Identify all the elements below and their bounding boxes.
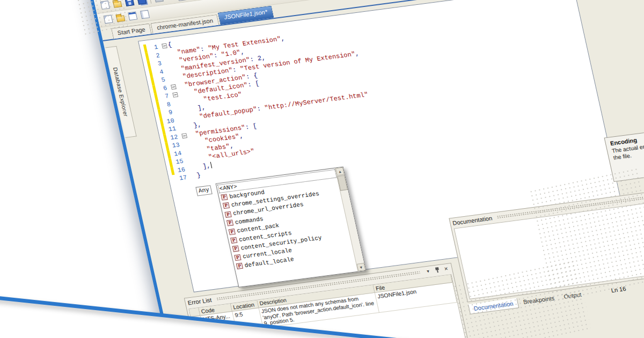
collapse-icon[interactable] xyxy=(170,84,176,90)
sidebar-tab-database-explorer[interactable]: Database Explorer xyxy=(105,46,136,138)
copy-button[interactable] xyxy=(177,0,190,1)
new-file-icon xyxy=(100,1,110,10)
autocomplete-list: <ANY>PbackgroundPchrome_settings_overrid… xyxy=(216,168,358,287)
explorer-icon xyxy=(140,10,150,19)
property-icon: P xyxy=(236,263,243,269)
open-project-button[interactable] xyxy=(114,12,127,24)
token: }, xyxy=(193,121,202,130)
status-line-indicator: Ln 16 xyxy=(610,285,626,293)
token: ], xyxy=(197,104,206,112)
token: ], xyxy=(202,162,211,171)
pin-icon xyxy=(434,267,440,273)
cascade-windows-icon xyxy=(128,12,137,21)
social-card: FileEditViewProjectToolsWindowHelp ✂↶↷✓♪… xyxy=(0,0,644,338)
scroll-down-icon[interactable]: ▼ xyxy=(356,263,365,271)
panel-tab-breakpoints[interactable]: Breakpoints xyxy=(518,293,559,307)
toolbar-separator xyxy=(149,0,151,3)
save-button[interactable] xyxy=(123,0,136,8)
scroll-up-icon[interactable]: ▲ xyxy=(335,167,345,176)
token: : { xyxy=(245,72,258,81)
panel-dropdown-icon[interactable]: ▾ xyxy=(424,267,433,275)
property-icon: P xyxy=(230,237,237,244)
type-hint-label: Any xyxy=(198,187,210,194)
new-file-button[interactable] xyxy=(98,0,112,11)
explorer-button[interactable] xyxy=(138,8,151,20)
property-help-title: Encoding xyxy=(610,123,644,146)
sidebar-tab-label: Database Explorer xyxy=(112,67,129,117)
open-file-icon xyxy=(113,1,122,8)
panel-tab-output[interactable]: Output xyxy=(559,289,587,302)
property-icon: P xyxy=(223,203,230,209)
property-icon: P xyxy=(234,254,241,261)
open-file-button[interactable] xyxy=(111,0,124,10)
token: , xyxy=(354,50,360,58)
token: : [ xyxy=(247,80,260,89)
token: : [ xyxy=(244,122,257,131)
save-all-button[interactable] xyxy=(135,0,148,6)
line-number: 17 xyxy=(175,173,191,183)
cascade-windows-button[interactable] xyxy=(126,10,140,22)
new-window-icon xyxy=(104,15,113,24)
panel-close-icon[interactable]: ✕ xyxy=(442,265,450,273)
tab-start-page[interactable]: Start Page xyxy=(111,23,152,39)
new-window-button[interactable] xyxy=(101,13,115,25)
collapse-icon[interactable] xyxy=(181,133,187,138)
error-list-title: Error List xyxy=(187,297,213,306)
collapse-icon[interactable] xyxy=(162,43,167,49)
autocomplete-popup[interactable]: <ANY>PbackgroundPchrome_settings_overrid… xyxy=(216,167,367,288)
open-project-icon xyxy=(116,15,125,22)
property-icon: P xyxy=(229,229,236,235)
ide-window: FileEditViewProjectToolsWindowHelp ✂↶↷✓♪… xyxy=(87,0,644,338)
save-all-icon xyxy=(137,0,147,5)
collapse-icon[interactable] xyxy=(172,92,178,98)
cut-button[interactable]: ✂ xyxy=(164,0,178,3)
autocomplete-type-hint: Any xyxy=(195,185,212,196)
property-icon: P xyxy=(224,211,231,218)
property-icon: P xyxy=(232,246,239,252)
property-icon: P xyxy=(226,220,233,226)
save-icon xyxy=(125,0,134,6)
print-button[interactable] xyxy=(152,0,165,4)
panel-pin-icon[interactable] xyxy=(433,266,442,274)
cut-icon: ✂ xyxy=(166,0,176,1)
property-icon: P xyxy=(221,194,228,200)
print-icon xyxy=(154,0,164,3)
